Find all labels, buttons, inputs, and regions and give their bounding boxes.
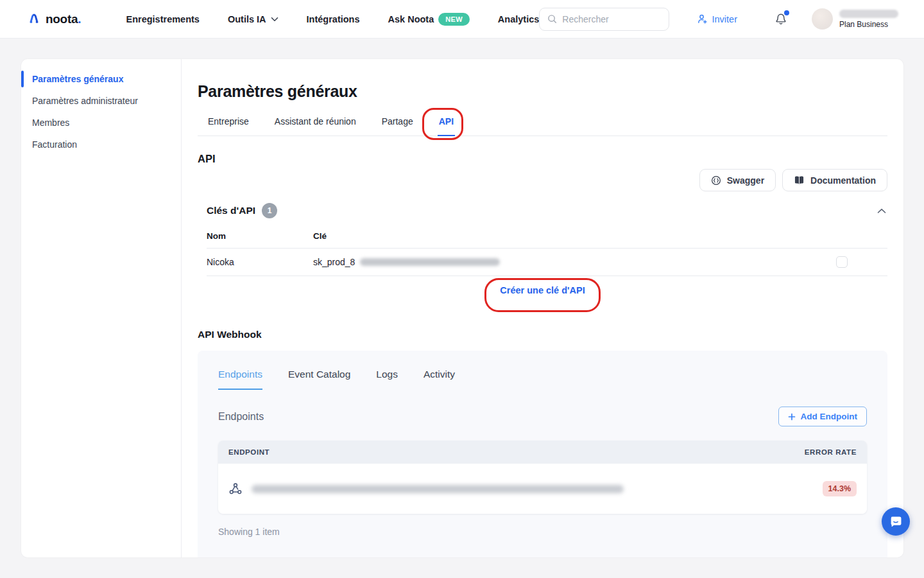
user-menu[interactable]: Plan Business bbox=[812, 8, 898, 30]
sidebar-item-parametres-generaux[interactable]: Paramètres généraux bbox=[21, 68, 181, 90]
chevron-down-icon bbox=[271, 17, 278, 22]
column-error-rate: ERROR RATE bbox=[805, 448, 857, 456]
webhook-icon bbox=[228, 482, 243, 496]
top-navigation: noota. Enregistrements Outils IA Intégra… bbox=[0, 0, 924, 39]
redacted-user-name bbox=[839, 10, 898, 18]
nav-item-analytics[interactable]: Analytics bbox=[498, 14, 539, 24]
noota-logo-icon bbox=[27, 12, 41, 26]
settings-card: Paramètres généraux Paramètres administr… bbox=[21, 59, 903, 557]
new-badge: NEW bbox=[438, 13, 470, 26]
noota-logo[interactable]: noota. bbox=[27, 12, 81, 26]
invite-button[interactable]: Inviter bbox=[697, 13, 738, 24]
api-keys-count-badge: 1 bbox=[262, 203, 277, 218]
api-keys-header: Clés d'API 1 bbox=[198, 203, 887, 218]
tab-api[interactable]: API bbox=[438, 112, 455, 136]
settings-tabs: Entreprise Assistant de réunion Partage … bbox=[198, 112, 887, 136]
redacted-api-key bbox=[360, 258, 500, 266]
swagger-icon bbox=[711, 175, 721, 186]
webhook-tab-logs[interactable]: Logs bbox=[376, 369, 398, 390]
logo-dot: . bbox=[78, 12, 81, 26]
search-box[interactable] bbox=[539, 8, 669, 31]
endpoints-table: ENDPOINT ERROR RATE 14.3% bbox=[218, 441, 867, 514]
intercom-chat-button[interactable] bbox=[882, 507, 910, 536]
api-section-heading: API bbox=[198, 153, 887, 165]
logo-text: noota bbox=[46, 12, 78, 26]
plan-label: Plan Business bbox=[839, 20, 898, 29]
sidebar-item-facturation[interactable]: Facturation bbox=[21, 134, 181, 155]
nav-item-integrations[interactable]: Intégrations bbox=[307, 14, 360, 24]
column-endpoint: ENDPOINT bbox=[228, 448, 270, 456]
nav-item-enregistrements[interactable]: Enregistrements bbox=[126, 14, 200, 24]
api-keys-title: Clés d'API bbox=[207, 205, 255, 216]
avatar bbox=[812, 8, 833, 30]
column-cle: Clé bbox=[313, 231, 887, 241]
api-key-row: Nicoka sk_prod_8 bbox=[207, 249, 887, 276]
add-endpoint-button[interactable]: Add Endpoint bbox=[778, 407, 867, 426]
page-title: Paramètres généraux bbox=[198, 82, 887, 101]
primary-nav: Enregistrements Outils IA Intégrations A… bbox=[126, 13, 540, 26]
tab-entreprise[interactable]: Entreprise bbox=[207, 112, 250, 136]
tab-partage[interactable]: Partage bbox=[381, 112, 415, 136]
api-key-prefix: sk_prod_8 bbox=[313, 257, 355, 267]
active-indicator bbox=[21, 71, 24, 87]
settings-main: Paramètres généraux Entreprise Assistant… bbox=[182, 59, 903, 557]
documentation-button[interactable]: Documentation bbox=[782, 169, 887, 191]
person-plus-icon bbox=[697, 13, 708, 24]
api-key-checkbox[interactable] bbox=[836, 256, 848, 268]
webhook-tab-activity[interactable]: Activity bbox=[424, 369, 455, 390]
redacted-endpoint-url bbox=[252, 485, 624, 493]
nav-item-ask-noota[interactable]: Ask Noota NEW bbox=[388, 13, 470, 26]
notification-dot bbox=[784, 10, 789, 15]
plus-icon bbox=[788, 413, 796, 421]
notifications-bell-icon[interactable] bbox=[774, 12, 787, 26]
webhook-tab-endpoints[interactable]: Endpoints bbox=[218, 369, 262, 390]
chat-bubble-icon bbox=[889, 514, 903, 529]
api-key-name: Nicoka bbox=[207, 257, 313, 267]
api-doc-buttons: Swagger Documentation bbox=[198, 169, 887, 191]
tab-assistant-de-reunion[interactable]: Assistant de réunion bbox=[273, 112, 357, 136]
column-nom: Nom bbox=[207, 231, 313, 241]
error-rate-badge: 14.3% bbox=[823, 481, 857, 496]
create-api-key-link[interactable]: Créer une clé d'API bbox=[500, 285, 585, 304]
sidebar-item-parametres-administrateur[interactable]: Paramètres administrateur bbox=[21, 90, 181, 112]
chevron-up-icon[interactable] bbox=[877, 208, 886, 214]
settings-sidebar: Paramètres généraux Paramètres administr… bbox=[21, 59, 182, 557]
endpoints-label: Endpoints bbox=[218, 411, 264, 423]
search-input[interactable] bbox=[562, 14, 660, 24]
nav-item-outils-ia[interactable]: Outils IA bbox=[228, 14, 278, 24]
endpoints-table-header: ENDPOINT ERROR RATE bbox=[218, 441, 867, 464]
endpoints-header-row: Endpoints Add Endpoint bbox=[218, 407, 867, 426]
sidebar-item-membres[interactable]: Membres bbox=[21, 112, 181, 134]
webhook-tab-event-catalog[interactable]: Event Catalog bbox=[288, 369, 350, 390]
webhook-heading: API Webhook bbox=[198, 329, 887, 340]
create-key-row: Créer une clé d'API bbox=[198, 285, 887, 304]
endpoint-row[interactable]: 14.3% bbox=[218, 464, 867, 514]
webhook-panel: Endpoints Event Catalog Logs Activity En… bbox=[198, 351, 887, 557]
endpoints-footer: Showing 1 item bbox=[218, 527, 867, 537]
search-icon bbox=[547, 14, 557, 24]
book-icon bbox=[794, 175, 805, 185]
webhook-tabs: Endpoints Event Catalog Logs Activity bbox=[218, 369, 867, 390]
swagger-button[interactable]: Swagger bbox=[699, 169, 776, 191]
api-keys-table-header: Nom Clé bbox=[207, 231, 887, 249]
api-keys-table: Nom Clé Nicoka sk_prod_8 bbox=[207, 231, 887, 276]
